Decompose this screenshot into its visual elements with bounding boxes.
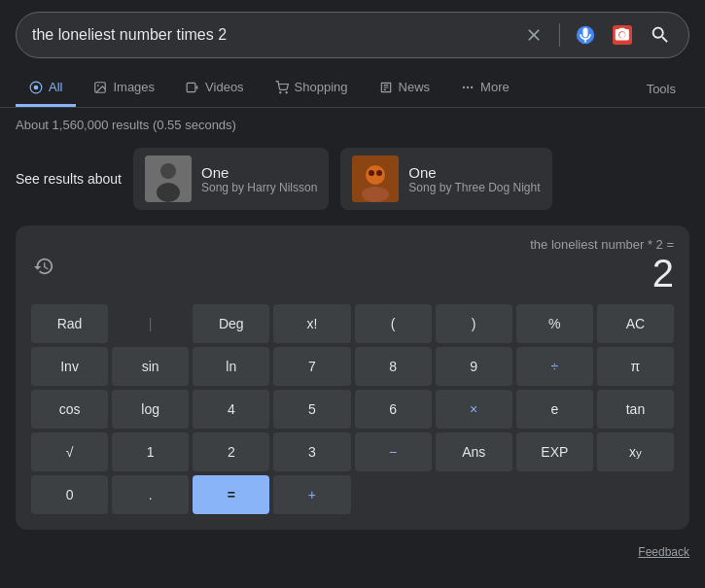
calc-btn-exp[interactable]: EXP xyxy=(516,432,593,471)
calc-btn-inv[interactable]: Inv xyxy=(31,347,108,386)
calc-btn-8[interactable]: 8 xyxy=(355,347,432,386)
calc-btn-open-paren[interactable]: ( xyxy=(355,304,432,343)
calc-btn-4[interactable]: 4 xyxy=(193,390,269,429)
svg-point-10 xyxy=(286,91,287,92)
calc-display: the loneliest number * 2 = 2 xyxy=(530,237,674,294)
calc-btn-deg[interactable]: Deg xyxy=(193,304,269,343)
nav-tabs: All Images Videos Shopping News More Too… xyxy=(0,70,705,108)
calc-btn-2[interactable]: 2 xyxy=(193,432,269,471)
svg-point-2 xyxy=(619,32,625,38)
calc-btn-power[interactable]: xy xyxy=(597,432,674,471)
tab-more[interactable]: More xyxy=(447,70,523,107)
svg-rect-7 xyxy=(187,83,195,91)
divider xyxy=(559,23,560,47)
calc-btn-pi[interactable]: π xyxy=(597,347,674,386)
svg-point-11 xyxy=(463,86,465,87)
svg-point-12 xyxy=(467,86,469,87)
calculator: the loneliest number * 2 = 2 Rad | Deg x… xyxy=(16,225,689,530)
calc-btn-cos[interactable]: cos xyxy=(31,390,108,429)
calc-btn-divide[interactable]: ÷ xyxy=(516,347,593,386)
svg-point-21 xyxy=(369,170,374,176)
calc-btn-5[interactable]: 5 xyxy=(273,390,350,429)
calc-btn-factorial[interactable]: x! xyxy=(273,304,350,343)
calc-btn-sqrt[interactable]: √ xyxy=(31,432,108,471)
clear-button[interactable] xyxy=(522,23,546,47)
svg-point-6 xyxy=(98,85,100,86)
calc-btn-3[interactable]: 3 xyxy=(273,432,350,471)
svg-point-20 xyxy=(362,187,389,202)
search-bar xyxy=(16,12,689,58)
microphone-button[interactable] xyxy=(574,23,597,47)
calc-btn-plus[interactable]: + xyxy=(273,475,350,514)
calc-btn-rad[interactable]: Rad xyxy=(31,304,108,343)
calc-btn-sin[interactable]: sin xyxy=(112,347,189,386)
calc-btn-minus[interactable]: − xyxy=(355,432,432,471)
calc-header: the loneliest number * 2 = 2 xyxy=(31,237,674,294)
calc-separator: | xyxy=(112,304,189,343)
result-card-text-tdn: One Song by Three Dog Night xyxy=(408,164,540,194)
tab-shopping[interactable]: Shopping xyxy=(262,70,362,107)
calc-btn-0[interactable]: 0 xyxy=(31,475,108,514)
tab-all[interactable]: All xyxy=(16,70,76,107)
svg-point-19 xyxy=(366,165,385,185)
feedback-link[interactable]: Feedback xyxy=(638,545,689,559)
calc-btn-multiply[interactable]: × xyxy=(436,390,512,429)
camera-search-button[interactable] xyxy=(611,23,634,47)
calc-btn-log[interactable]: log xyxy=(112,390,189,429)
calc-btn-e[interactable]: e xyxy=(516,390,593,429)
tab-news[interactable]: News xyxy=(366,70,444,107)
result-card-text-nilsson: One Song by Harry Nilsson xyxy=(201,164,317,194)
tools-button[interactable]: Tools xyxy=(633,74,689,104)
calc-history-button[interactable] xyxy=(31,254,56,279)
calc-btn-ac[interactable]: AC xyxy=(597,304,674,343)
results-info: About 1,560,000 results (0.55 seconds) xyxy=(0,108,705,140)
calc-btn-close-paren[interactable]: ) xyxy=(436,304,512,343)
svg-point-22 xyxy=(376,170,382,176)
see-results-section: See results about One Song by Harry Nils… xyxy=(0,140,705,222)
tab-images[interactable]: Images xyxy=(80,70,168,107)
calc-btn-ans[interactable]: Ans xyxy=(436,432,512,471)
tab-videos[interactable]: Videos xyxy=(172,70,258,107)
svg-point-4 xyxy=(34,85,39,89)
svg-rect-17 xyxy=(145,156,192,202)
feedback-bar: Feedback xyxy=(0,541,705,567)
calc-btn-9[interactable]: 9 xyxy=(436,347,512,386)
calc-btn-ln[interactable]: ln xyxy=(193,347,269,386)
result-card-nilsson[interactable]: One Song by Harry Nilsson xyxy=(133,148,329,210)
search-input[interactable] xyxy=(32,26,522,44)
album-art-nilsson xyxy=(145,156,192,202)
calc-btn-dot[interactable]: . xyxy=(112,475,189,514)
calc-btn-tan[interactable]: tan xyxy=(597,390,674,429)
see-results-label: See results about xyxy=(16,171,122,187)
svg-point-13 xyxy=(471,86,473,87)
svg-point-9 xyxy=(279,91,280,92)
calc-btn-equals[interactable]: = xyxy=(193,475,269,514)
calc-btn-7[interactable]: 7 xyxy=(273,347,350,386)
search-button[interactable] xyxy=(648,22,673,48)
calc-btn-1[interactable]: 1 xyxy=(112,432,189,471)
album-art-tdn xyxy=(352,156,399,202)
calc-btn-6[interactable]: 6 xyxy=(355,390,432,429)
calc-buttons: Rad | Deg x! ( ) % AC Inv sin ln 7 8 9 ÷… xyxy=(31,304,674,514)
result-card-tdn[interactable]: One Song by Three Dog Night xyxy=(340,148,551,210)
calc-btn-percent[interactable]: % xyxy=(516,304,593,343)
